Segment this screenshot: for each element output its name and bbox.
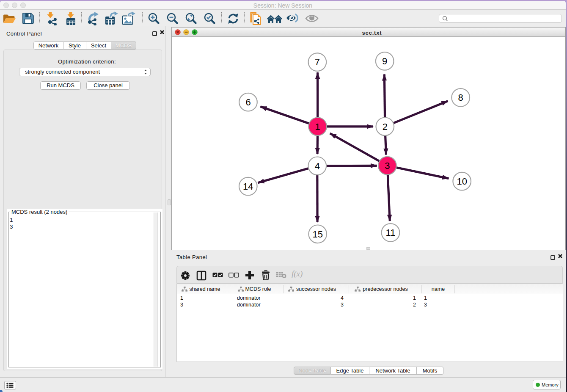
svg-text:14: 14 — [243, 181, 253, 192]
svg-text:1: 1 — [315, 121, 320, 132]
svg-text:9: 9 — [382, 56, 387, 66]
svg-text:8: 8 — [458, 92, 463, 103]
svg-text:6: 6 — [245, 97, 250, 108]
svg-text:3: 3 — [385, 160, 390, 171]
svg-text:4: 4 — [315, 161, 320, 171]
svg-text:2: 2 — [383, 121, 388, 132]
svg-text:11: 11 — [386, 227, 396, 238]
svg-text:7: 7 — [315, 57, 320, 67]
svg-text:15: 15 — [312, 229, 322, 240]
svg-text:10: 10 — [457, 176, 467, 187]
